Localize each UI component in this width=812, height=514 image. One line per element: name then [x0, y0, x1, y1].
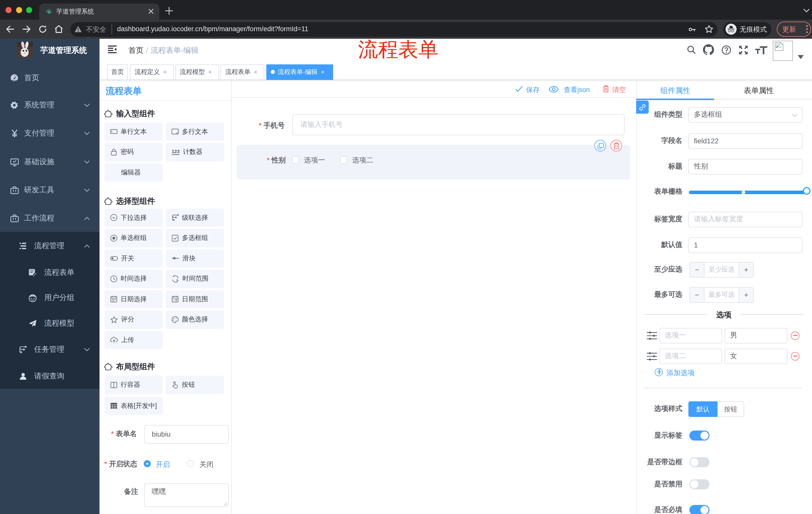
- svg-text:123: 123: [172, 149, 180, 154]
